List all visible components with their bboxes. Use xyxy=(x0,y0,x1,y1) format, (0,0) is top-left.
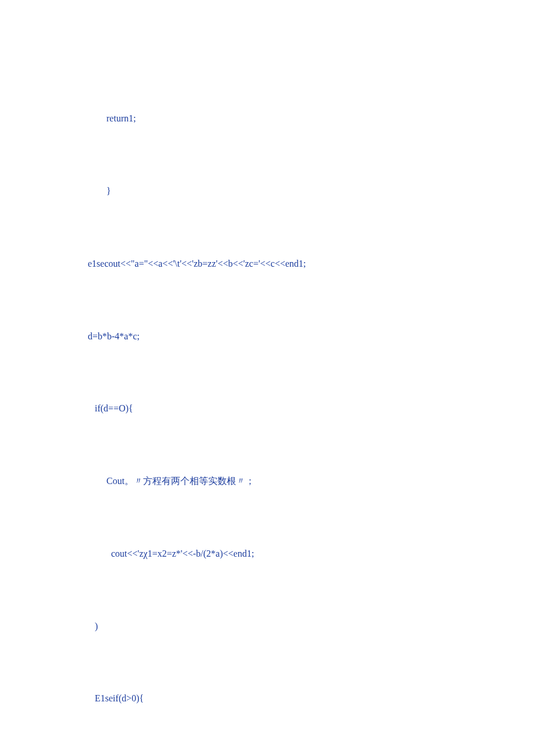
code-line: return1; xyxy=(79,106,459,131)
code-line: cout<<'zχ1=x2=z*'<<-b/(2*a)<<end1; xyxy=(79,542,459,566)
code-line: } xyxy=(79,179,459,203)
code-line: E1seif(d>0){ xyxy=(79,686,459,711)
code-line: Cout。〃方程有两个相等实数根〃； xyxy=(79,469,459,493)
code-line: e1secout<<"a="<<a<<'\t'<<'zb=zz'<<b<<'zc… xyxy=(79,252,459,276)
code-line: ) xyxy=(79,614,459,639)
code-line: d=b*b-4*a*c; xyxy=(79,324,459,349)
code-block: return1; } e1secout<<"a="<<a<<'\t'<<'zb=… xyxy=(79,58,459,756)
code-line: if(d==O){ xyxy=(79,396,459,421)
